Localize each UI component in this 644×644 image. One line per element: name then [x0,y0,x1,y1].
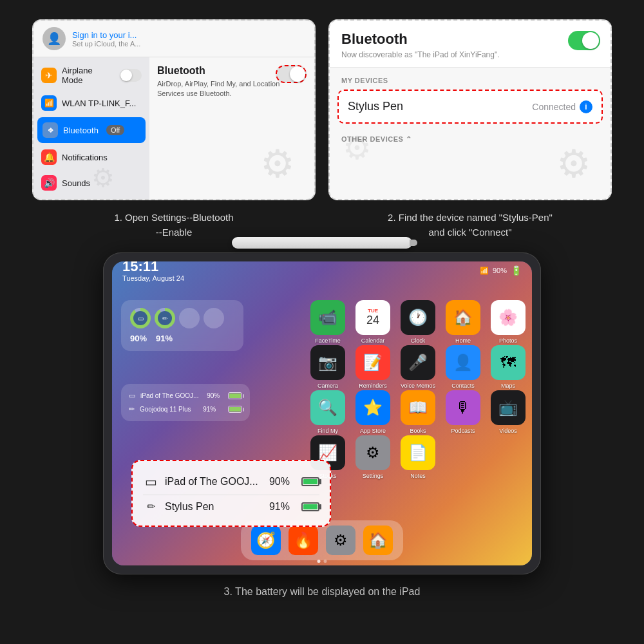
reminders-label: Reminders [359,383,387,389]
settings-label: Settings [363,473,384,479]
bluetooth-toggle-detail[interactable] [276,65,307,83]
info-icon[interactable]: i [580,100,592,113]
battery-list-small: ▭ iPad of The GOOJ... 90% ✏ Goojodoq 11 … [121,384,250,421]
icloud-subtitle: Set up iCloud, the A... [72,40,140,48]
podcasts-icon: 🎙 [455,399,471,417]
app-findmy[interactable]: 🔍 Find My [310,390,345,425]
ipad-wrapper: 15:11 Tuesday, August 24 📶 90% 🔋 ▭ [97,246,547,581]
step3-label: 3. The battery will be displayed on the … [224,581,421,601]
notes-label: Notes [410,473,426,479]
ipad-battery-percent: 90% [130,334,147,343]
app-notes[interactable]: 📄 Notes [401,435,435,470]
ipad-list-percent: 90% [207,392,220,399]
settings-item-airplane[interactable]: ✈ Airplane Mode [33,61,149,90]
icloud-title: Sign in to your i... [72,30,140,40]
popup-pen-battery-bar [301,502,319,511]
bt-discoverable-text: Now discoverable as "The iPad of XinYiFa… [341,50,599,59]
dock-safari[interactable]: 🧭 [251,526,281,555]
app-voicememos[interactable]: 🎤 Voice Memos [401,345,435,380]
page-dot-inactive [324,560,327,563]
books-icon: 📖 [408,399,428,417]
app-calendar[interactable]: TUE 24 Calendar [355,300,390,335]
app-contacts[interactable]: 👤 Contacts [446,345,480,380]
wifi-status-icon: 📶 [480,267,489,275]
airplane-toggle[interactable] [120,69,142,82]
settings-item-bluetooth[interactable]: ⎆ Bluetooth Off [37,117,146,143]
app-podcasts[interactable]: 🎙 Podcasts [446,390,480,425]
popup-pen-battery-fill [303,504,317,509]
empty-circle-2 [204,308,224,328]
stocks-icon: 📈 [318,444,337,462]
battery-widget: ▭ ✏ 90% 91% [121,300,243,351]
notes-icon: 📄 [408,444,428,462]
settings-panel: 👤 Sign in to your i... Set up iCloud, th… [32,19,316,200]
notifications-label: Notifications [62,153,108,162]
camera-label: Camera [317,383,338,389]
pen-battery-circle: ✏ [155,308,175,328]
app-camera[interactable]: 📷 Camera [310,345,345,380]
other-devices-label: OTHER DEVICES ⌃ [330,126,611,146]
popup-ipad-percent: 90% [269,476,290,488]
dock-settings-dock[interactable]: ⚙ [326,526,355,555]
app-photos[interactable]: 🌸 Photos [491,300,526,335]
popup-pen-icon: ✏ [143,500,158,513]
ipad-status-bar: 15:11 Tuesday, August 24 📶 90% 🔋 [112,261,532,279]
popup-ipad-battery-bar [301,477,319,486]
settings-item-wlan[interactable]: 📶 WLAN TP-LINK_F... [33,90,149,116]
findmy-label: Find My [317,428,338,434]
bluetooth-panel: Bluetooth Now discoverable as "The iPad … [328,19,612,200]
settings-header-text: Sign in to your i... Set up iCloud, the … [72,30,140,48]
connected-label: Connected [532,102,576,112]
popup-item-ipad: ▭ iPad of The GOOJ... 90% [143,469,319,495]
app-videos[interactable]: 📺 Videos [491,390,526,425]
books-label: Books [410,428,426,434]
app-maps[interactable]: 🗺 Maps [491,345,526,380]
bluetooth-detail-pane: Bluetooth AirDrop, AirPlay, Find My, and… [149,57,314,199]
popup-item-pen: ✏ Stylus Pen 91% [143,495,319,518]
photos-icon: 🌸 [498,308,518,327]
airplane-label: Airplane Mode [62,66,115,85]
clock-label: Clock [411,337,426,344]
stylus-pen-row[interactable]: Stylus Pen Connected i [337,90,603,124]
home-icon: 🏠 [453,308,473,327]
ipad-screen: 15:11 Tuesday, August 24 📶 90% 🔋 ▭ [112,261,532,565]
popup-ipad-name: iPad of The GOOJ... [165,476,263,488]
maps-icon: 🗺 [500,354,516,372]
battery-status-text: 90% [493,267,507,274]
videos-icon: 📺 [498,399,518,417]
wlan-label: WLAN TP-LINK_F... [62,99,136,108]
battery-icon: 🔋 [511,265,522,276]
battery-percent-row: 90% 91% [130,334,234,343]
app-clock[interactable]: 🕐 Clock [401,300,435,335]
pen-list-percent: 91% [203,406,216,413]
pen-list-name: Goojodoq 11 Plus [140,406,191,413]
bluetooth-on-toggle[interactable] [568,31,600,50]
wifi-icon: 📶 [41,95,57,111]
facetime-label: FaceTime [315,337,341,344]
app-facetime[interactable]: 📹 FaceTime [310,300,345,335]
stylus-pen-name: Stylus Pen [348,100,403,113]
pen-battery-inner: ✏ [158,311,172,325]
app-books[interactable]: 📖 Books [401,390,435,425]
home-label: Home [455,337,471,344]
ipad-time-date: 15:11 Tuesday, August 24 [122,261,184,282]
bluetooth-panel-header: Bluetooth Now discoverable as "The iPad … [330,21,611,68]
battery-list-item-pen: ✏ Goojodoq 11 Plus 91% [129,402,242,416]
app-reminders[interactable]: 📝 Reminders [355,345,390,380]
dock-fire[interactable]: 🔥 [289,526,318,555]
airplane-icon: ✈ [41,68,57,83]
contacts-label: Contacts [451,383,475,389]
app-settings[interactable]: ⚙ Settings [355,435,390,470]
calendar-label: Calendar [361,337,385,344]
bt-panel-title: Bluetooth [341,31,599,48]
app-home[interactable]: 🏠 Home [446,300,480,335]
pen-battery-percent: 91% [156,334,173,343]
settings-item-notifications[interactable]: 🔔 Notifications [33,144,149,170]
my-devices-label: MY DEVICES [330,68,611,87]
facetime-icon: 📹 [318,308,337,327]
gear-decoration-3: ⚙ [556,141,591,186]
app-appstore[interactable]: ⭐ App Store [355,390,390,425]
bluetooth-icon: ⎆ [43,122,58,138]
dock-home-dock[interactable]: 🏠 [363,526,393,555]
settings-item-sounds[interactable]: 🔊 Sounds [33,170,149,196]
